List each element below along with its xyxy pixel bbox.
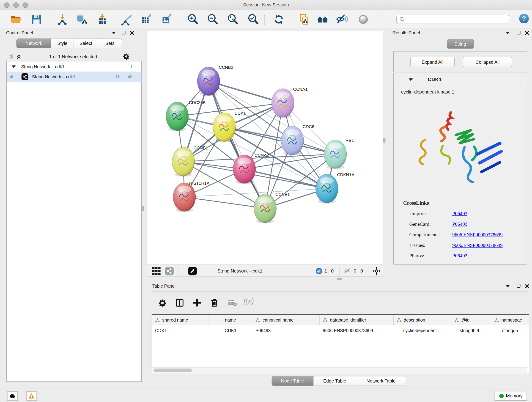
crosslink-genecard-link[interactable]: P06493 (452, 221, 467, 227)
close-panel-icon[interactable] (525, 31, 529, 35)
scrollbar-thumb[interactable] (154, 369, 192, 372)
export-table-button[interactable] (140, 13, 153, 26)
network-node-CCNB2[interactable] (197, 67, 220, 96)
add-column-icon[interactable] (192, 298, 202, 307)
network-row-selected[interactable]: String Network – cdk1 11 48 (7, 71, 142, 82)
table-row[interactable]: CDK1 CDK1 P06493 9606.ENSP00000378699 cy… (152, 325, 529, 336)
table-settings-gear-icon[interactable] (157, 298, 167, 307)
float-panel-caret-icon[interactable] (506, 285, 510, 287)
network-node-CCNB1[interactable] (172, 147, 195, 176)
import-table-file-button[interactable] (95, 13, 109, 26)
hide-selected-button[interactable] (335, 13, 349, 26)
selected-checkbox-icon[interactable] (316, 268, 322, 274)
tab-network-table[interactable]: Network Table (356, 376, 406, 386)
crosslink-pharos-link[interactable]: P06493 (452, 253, 467, 259)
float-window-icon[interactable] (517, 31, 520, 34)
float-panel-caret-icon[interactable] (506, 32, 510, 34)
network-node-CDK1[interactable] (213, 113, 235, 141)
cloud-button[interactable] (7, 391, 18, 401)
float-window-icon[interactable] (517, 284, 520, 288)
close-panel-icon[interactable] (525, 284, 529, 288)
gene-entry-header[interactable]: CDK1 (394, 73, 527, 86)
tab-network[interactable]: Network (16, 38, 51, 48)
help-button[interactable]: ? (517, 12, 531, 26)
warnings-button[interactable] (26, 391, 37, 401)
network-node-CCNA1[interactable] (272, 89, 294, 117)
column-header-database-identifier[interactable]: database identifier (320, 315, 393, 325)
network-canvas[interactable]: CCNB2CCNA1CDC25BCDK1CDC6RB1CCNB1CCNA2CDK… (147, 31, 383, 264)
crosslink-tissues-link[interactable]: 9606.ENSP00000378699 (452, 242, 503, 248)
birds-eye-view-icon[interactable] (188, 267, 197, 275)
first-neighbors-button[interactable] (316, 13, 330, 26)
column-header-shared-name[interactable]: shared name (152, 315, 209, 325)
import-network-database-button[interactable] (75, 13, 89, 26)
right-splitter-grip[interactable] (383, 138, 385, 143)
network-graph[interactable]: CCNB2CCNA1CDC25BCDK1CDC6RB1CCNB1CCNA2CDK… (147, 31, 383, 264)
network-node-CCNE1[interactable] (254, 194, 276, 223)
export-image-button[interactable] (160, 13, 174, 26)
column-header-description[interactable]: description (394, 315, 451, 325)
left-splitter-grip[interactable] (142, 206, 144, 211)
zoom-selected-button[interactable] (247, 13, 260, 26)
search-input[interactable] (407, 16, 509, 23)
tab-select[interactable]: Select (74, 38, 98, 48)
tab-edge-table[interactable]: Edge Table (313, 376, 356, 386)
cell-id[interactable]: stringdb:9... (451, 325, 491, 336)
show-hidden-button[interactable] (356, 13, 370, 26)
cell-database-identifier[interactable]: 9606.ENSP00000378699 (320, 325, 393, 336)
tree-column-icon (454, 318, 459, 322)
delete-column-trash-icon[interactable] (210, 298, 219, 307)
network-edge[interactable] (209, 81, 265, 208)
pan-crosshair-icon[interactable] (372, 267, 381, 275)
float-window-icon[interactable] (122, 31, 125, 34)
zoom-out-button[interactable] (206, 13, 220, 26)
grid-view-icon[interactable] (152, 267, 161, 275)
expand-all-button[interactable]: Expand All (410, 57, 455, 67)
collapse-all-button[interactable]: Collapse All (463, 57, 512, 67)
zoom-in-button[interactable] (186, 13, 200, 26)
tree-expand-caret-icon[interactable] (12, 65, 16, 68)
cell-namespace[interactable]: stringdb (491, 325, 529, 336)
function-builder-icon[interactable]: f(x) (243, 297, 254, 306)
network-options-gear-icon[interactable] (123, 53, 129, 60)
network-collection-row[interactable]: String Network – cdk1 1 (7, 61, 142, 72)
network-node-CDC25B[interactable] (166, 102, 188, 131)
column-header-name[interactable]: name (209, 315, 252, 325)
column-header-canonical-name[interactable]: canonical name (252, 315, 320, 325)
share-view-icon[interactable] (165, 267, 174, 275)
cell-shared-name[interactable]: CDK1 (152, 325, 209, 336)
horizontal-splitter-grip[interactable] (337, 278, 342, 280)
network-node-CDC6[interactable] (281, 126, 304, 155)
memory-button[interactable]: Memory (494, 391, 527, 401)
network-node-CDKN1A[interactable] (316, 174, 338, 203)
import-network-file-button[interactable] (56, 13, 69, 26)
clone-network-button[interactable] (298, 13, 311, 26)
apply-layout-button[interactable] (272, 13, 286, 26)
entry-collapse-caret-icon[interactable] (409, 78, 413, 81)
network-node-CCNA2[interactable] (233, 155, 255, 183)
cell-description[interactable]: cyclin-dependent ... (394, 325, 451, 336)
delete-table-icon[interactable] (228, 298, 237, 307)
split-columns-icon[interactable] (175, 298, 184, 307)
network-edge[interactable] (184, 197, 265, 208)
tab-node-table[interactable]: Node Table (272, 376, 314, 386)
hidden-eye-icon[interactable] (343, 268, 351, 274)
float-panel-caret-icon[interactable] (112, 32, 116, 34)
network-node-HIST1H1A[interactable] (173, 183, 196, 211)
tab-sets[interactable]: Sets (98, 38, 122, 48)
zoom-fit-button[interactable] (226, 13, 240, 26)
close-panel-icon[interactable] (130, 31, 134, 35)
export-network-button[interactable] (120, 13, 134, 26)
column-header-namespace[interactable]: namespac (491, 315, 529, 325)
tab-style[interactable]: Style (51, 38, 74, 48)
save-session-button[interactable] (30, 13, 43, 26)
cell-name[interactable]: CDK1 (209, 325, 252, 336)
cell-canonical-name[interactable]: P06493 (252, 325, 320, 336)
crosslink-compartments-link[interactable]: 9606.ENSP00000378699 (452, 232, 503, 238)
crosslink-uniprot-link[interactable]: P06493 (452, 211, 467, 216)
open-session-button[interactable] (9, 13, 23, 26)
network-node-RB1[interactable] (324, 140, 347, 168)
tab-string[interactable]: String (447, 39, 474, 49)
column-header-id[interactable]: @id (451, 315, 491, 325)
network-edge[interactable] (244, 169, 327, 189)
